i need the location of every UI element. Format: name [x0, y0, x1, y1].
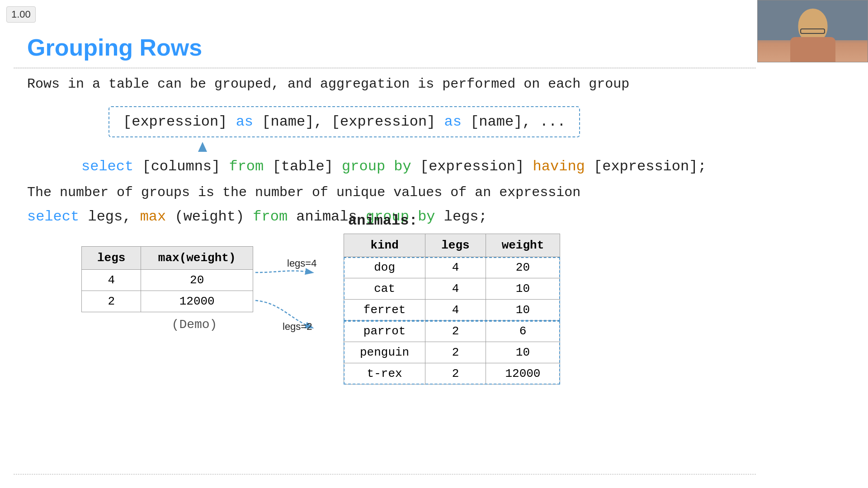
syntax-text: [expression] as [name], [expression] as …	[123, 113, 566, 130]
result-maxw-20: 20	[141, 270, 253, 291]
kind-penguin: penguin	[344, 342, 425, 363]
intro-text: Rows in a table can be grouped, and aggr…	[27, 75, 729, 94]
col-weight: weight	[486, 234, 560, 257]
table-row: t-rex 2 12000	[344, 363, 560, 385]
weight-trex: 12000	[486, 363, 560, 385]
result-table-container: legs max(weight) 4 20 2 12000 (Demo)	[81, 246, 253, 332]
weight-dog: 20	[486, 257, 560, 278]
legs2-label: legs=2	[283, 321, 312, 332]
legs-cat: 4	[425, 278, 486, 300]
animals-section: animals: kind legs weight dog 4 20	[344, 212, 750, 386]
name1: [name], [expression]	[253, 113, 444, 130]
weight-parrot: 6	[486, 321, 560, 342]
result-table: legs max(weight) 4 20 2 12000	[81, 246, 253, 312]
as-keyword1: as	[236, 113, 253, 130]
video-thumbnail	[757, 0, 868, 62]
weight-cat: 10	[486, 278, 560, 300]
col-legs: legs	[425, 234, 486, 257]
legs-dog: 4	[425, 257, 486, 278]
weight-ferret: 10	[486, 300, 560, 321]
table-row: dog 4 20	[344, 257, 560, 278]
as-keyword2: as	[444, 113, 462, 130]
animals-table-wrapper: kind legs weight dog 4 20 cat 4	[344, 234, 560, 385]
table-row: ferret 4 10	[344, 300, 560, 321]
having-kw: having	[533, 158, 585, 175]
kind-dog: dog	[344, 257, 425, 278]
bracket1: [expression]	[123, 113, 236, 130]
having-expr: [expression];	[594, 158, 707, 175]
result-legs-4: 4	[82, 270, 141, 291]
result-maxw-12000: 12000	[141, 291, 253, 312]
arrows-svg: legs=4 legs=2	[253, 255, 344, 355]
svg-marker-0	[198, 142, 207, 152]
legs-parrot: 2	[425, 321, 486, 342]
group-kw: group	[342, 158, 385, 175]
legs4-label: legs=4	[287, 258, 316, 269]
select-kw: select	[81, 158, 133, 175]
page-title: Grouping Rows	[27, 34, 729, 61]
table-row: parrot 2 6	[344, 321, 560, 342]
result-col-maxweight: max(weight)	[141, 247, 253, 270]
from-kw: from	[229, 158, 264, 175]
legs-trex: 2	[425, 363, 486, 385]
table-row: 2 12000	[82, 291, 253, 312]
table-row: cat 4 10	[344, 278, 560, 300]
syntax-arrow	[198, 142, 207, 152]
legs-penguin: 2	[425, 342, 486, 363]
table-row: 4 20	[82, 270, 253, 291]
result-legs-2: 2	[82, 291, 141, 312]
kind-cat: cat	[344, 278, 425, 300]
demo-label: (Demo)	[136, 318, 253, 332]
expr-part: [expression]	[420, 158, 533, 175]
arrows-container: legs=4 legs=2	[253, 255, 344, 357]
kind-trex: t-rex	[344, 363, 425, 385]
name2: [name], ...	[462, 113, 566, 130]
weight-penguin: 10	[486, 342, 560, 363]
animals-table: kind legs weight dog 4 20 cat 4	[344, 234, 560, 385]
syntax-box: [expression] as [name], [expression] as …	[108, 106, 580, 137]
table-part: [table]	[272, 158, 342, 175]
col-kind: kind	[344, 234, 425, 257]
columns-part: [columns]	[142, 158, 229, 175]
kind-parrot: parrot	[344, 321, 425, 342]
sql-syntax-line: select [columns] from [table] group by […	[81, 158, 729, 175]
table-row: penguin 2 10	[344, 342, 560, 363]
by-kw: by	[394, 158, 411, 175]
legs-ferret: 4	[425, 300, 486, 321]
group-description: The number of groups is the number of un…	[27, 185, 729, 200]
result-col-legs: legs	[82, 247, 141, 270]
kind-ferret: ferret	[344, 300, 425, 321]
animals-label: animals:	[348, 212, 750, 229]
